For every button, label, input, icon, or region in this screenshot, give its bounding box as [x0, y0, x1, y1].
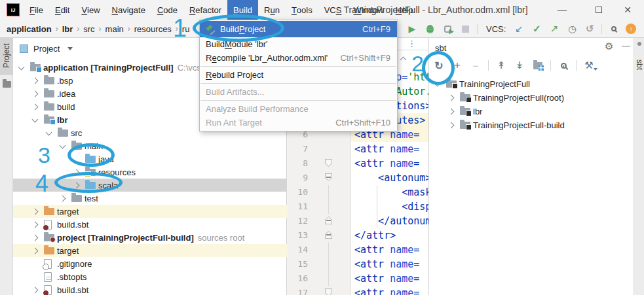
search-icon[interactable] — [608, 23, 620, 35]
chevron-right-icon[interactable] — [32, 90, 39, 97]
chevron-down-icon[interactable] — [60, 142, 66, 148]
minimize-button[interactable]: — — [549, 0, 575, 20]
history-icon[interactable]: ◷ — [566, 23, 578, 35]
breadcrumb-item-ru[interactable]: ru — [182, 24, 190, 34]
tree-item-project[interactable]: project [TrainingProjectFull-build]sourc… — [13, 231, 287, 244]
debug-icon[interactable] — [424, 23, 436, 35]
breadcrumb-item-src[interactable]: src — [83, 24, 94, 34]
breadcrumb-item-lbr[interactable]: lbr — [62, 24, 73, 34]
menu-item-recompile-lbr-author-odm-xml-[interactable]: Recompile 'Lbr_Author.odm.xml'Ctrl+Shift… — [200, 51, 397, 65]
chevron-right-icon[interactable] — [73, 182, 80, 188]
more-options-icon[interactable]: ⋮ — [407, 39, 416, 48]
chevron-right-icon[interactable] — [448, 95, 455, 101]
sbt-tree-item-lbr[interactable]: lbr — [429, 105, 634, 118]
inspection-up-icon[interactable] — [400, 57, 407, 63]
menubar-item-run[interactable]: Run — [258, 0, 286, 20]
menu-item-build-module-lbr-[interactable]: Build Module 'lbr' — [200, 37, 397, 51]
breadcrumb-item-resources[interactable]: resources — [134, 24, 172, 34]
tree-item-target[interactable]: target — [13, 205, 287, 218]
project-panel-header[interactable]: Project — [20, 41, 73, 56]
fold-marker-icon[interactable] — [325, 217, 332, 224]
tree-item-label: target — [57, 207, 79, 217]
tree-item-.sbtopts[interactable]: .sbtopts — [13, 270, 287, 283]
sbt-stripe-button[interactable]: sbt — [635, 54, 644, 76]
menubar-item-view[interactable]: View — [75, 0, 105, 20]
tree-item-java[interactable]: java — [13, 152, 287, 165]
menubar-item-file[interactable]: File — [24, 0, 49, 20]
chevron-right-icon[interactable] — [448, 109, 455, 115]
chevron-right-icon[interactable] — [448, 122, 455, 129]
close-button[interactable]: ✕ — [615, 0, 641, 20]
fold-marker-icon[interactable] — [325, 159, 332, 167]
menubar-item-navigate[interactable]: Navigate — [106, 0, 151, 20]
gear-icon[interactable]: ⚙ — [605, 41, 613, 52]
commit-icon[interactable]: ✓ — [531, 23, 542, 35]
breadcrumb-item-main[interactable]: main — [105, 24, 124, 34]
menu-item-rebuild-project[interactable]: Rebuild Project — [200, 68, 397, 82]
sbt-tree-item-TrainingProjectFull[interactable]: TrainingProjectFull — [429, 77, 634, 91]
push-icon[interactable]: ↗ — [548, 23, 560, 35]
menubar-item-refactor[interactable]: Refactor — [183, 0, 227, 20]
sbt-item-label: TrainingProjectFull — [473, 93, 544, 103]
menu-item-build-project[interactable]: Build ProjectCtrl+F9 — [200, 21, 397, 37]
tool-window-icon[interactable] — [3, 81, 11, 88]
add-icon[interactable]: + — [451, 60, 463, 71]
chevron-right-icon[interactable] — [32, 103, 39, 110]
chevron-right-icon[interactable] — [32, 234, 39, 241]
menu-item-analyze-build-performance[interactable]: Analyze Build Performance — [200, 102, 397, 116]
chevron-right-icon[interactable] — [32, 286, 39, 293]
tree-item-test[interactable]: test — [13, 192, 287, 205]
tree-item-.gitignore[interactable]: .gitignore — [13, 257, 287, 270]
menubar-item-build[interactable]: Build — [227, 0, 258, 20]
collapse-all-icon[interactable]: ↡ — [514, 60, 525, 71]
coverage-icon[interactable]: ▶ — [442, 23, 453, 35]
chevron-right-icon[interactable] — [32, 221, 39, 228]
chevron-down-icon[interactable] — [18, 63, 25, 70]
chevron-right-icon[interactable] — [73, 169, 80, 175]
update-project-icon[interactable]: ↙ — [513, 23, 525, 35]
menubar-item-code[interactable]: Code — [151, 0, 183, 20]
refresh-icon[interactable]: ↻ — [433, 60, 445, 71]
chevron-right-icon[interactable] — [60, 195, 66, 201]
stop-icon[interactable] — [459, 23, 471, 35]
rollback-icon[interactable]: ↺ — [584, 23, 596, 35]
fold-inner — [326, 160, 331, 166]
tree-item-build.sbt[interactable]: build.sbt — [13, 283, 287, 295]
sbt-tree-item-TrainingProjectFull-build[interactable]: TrainingProjectFull-build — [429, 118, 634, 132]
menu-item-run-ant-target[interactable]: Run Ant TargetCtrl+Shift+F10 — [200, 116, 397, 130]
analyze-shape — [561, 63, 567, 69]
chevron-right-icon[interactable] — [32, 77, 39, 84]
menubar-item-tools[interactable]: Tools — [286, 0, 318, 20]
sbt-tree-item-TrainingProjectFull[interactable]: TrainingProjectFull (root) — [429, 91, 634, 105]
chevron-down-icon[interactable] — [434, 80, 441, 87]
chevron-down-icon[interactable] — [67, 47, 73, 50]
run-icon[interactable]: ▶ — [406, 23, 418, 35]
menu-item-build-artifacts-[interactable]: Build Artifacts... — [200, 85, 397, 99]
breadcrumb-item-application[interactable]: application — [7, 24, 52, 34]
fold-marker-icon[interactable] — [325, 173, 332, 181]
group-modules-icon[interactable] — [532, 60, 544, 71]
chevron-down-icon[interactable] — [46, 129, 52, 135]
menubar-item-edit[interactable]: Edit — [49, 0, 75, 20]
chevron-right-icon[interactable] — [32, 247, 39, 254]
tree-item-target[interactable]: target — [13, 244, 287, 257]
tree-item-label: test — [85, 194, 98, 203]
expand-all-icon[interactable]: ↟ — [495, 60, 507, 71]
project-stripe-button[interactable]: Project — [0, 38, 13, 75]
tree-item-resources[interactable]: resources — [13, 165, 287, 179]
hide-panel-icon[interactable]: — — [622, 41, 630, 50]
chevron-down-icon[interactable] — [32, 116, 39, 122]
analyze-icon[interactable] — [558, 60, 569, 71]
remove-icon[interactable]: − — [470, 60, 482, 71]
tree-item-build.sbt[interactable]: build.sbt — [13, 218, 287, 231]
maximize-button[interactable] — [586, 0, 612, 20]
fold-marker-icon[interactable] — [325, 288, 332, 295]
file-lines-icon — [44, 272, 52, 282]
tree-item-scala[interactable]: scala — [13, 179, 287, 192]
tree-item-main[interactable]: main — [13, 139, 287, 152]
chevron-right-icon[interactable] — [32, 208, 39, 215]
sbt-settings-icon[interactable]: ⚒ — [583, 60, 595, 71]
fold-marker-icon[interactable] — [325, 231, 332, 239]
code-line: <attr name= — [354, 243, 419, 257]
update-available-icon[interactable]: ↑ — [626, 24, 636, 34]
